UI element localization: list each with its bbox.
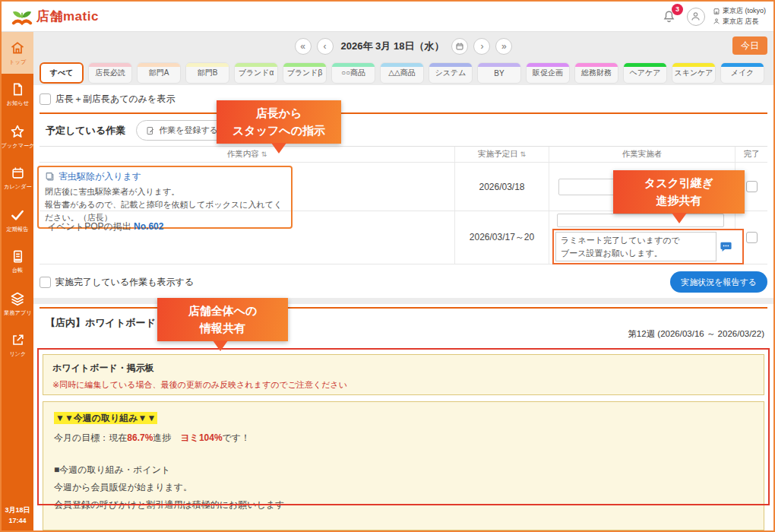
date-next-button[interactable]: › bbox=[473, 38, 490, 55]
date-prev-button[interactable]: ‹ bbox=[317, 38, 334, 55]
task1-title-link[interactable]: 害虫駆除が入ります bbox=[59, 170, 141, 183]
points-header: ■今週の取り組み・ポイント bbox=[54, 463, 753, 477]
whiteboard-warning: ※同時に編集している場合、最後の更新のみ反映されますのでご注意ください bbox=[52, 379, 754, 391]
notification-count-badge: 3 bbox=[672, 4, 683, 15]
tab-system[interactable]: システム bbox=[429, 62, 473, 84]
current-date-label: 2026年 3月 18日（水） bbox=[341, 40, 444, 53]
sidebar-item-top[interactable]: トップ bbox=[2, 32, 33, 74]
tab-general-affairs[interactable]: 総務財務 bbox=[574, 62, 618, 84]
sidebar-item-business-apps[interactable]: 業務アプリ bbox=[2, 283, 33, 325]
top-header: 店舗matic 3 bbox=[2, 2, 773, 32]
external-link-icon bbox=[11, 333, 25, 347]
tab-product-dd[interactable]: △△商品 bbox=[380, 62, 424, 84]
tab-sales-promo[interactable]: 販促企画 bbox=[526, 62, 570, 84]
task2-assignee-input[interactable] bbox=[557, 214, 724, 227]
annotation-box-comment: ラミネート完了していますので ブース設置お願いします。 bbox=[552, 229, 744, 264]
task1-date: 2026/03/18 bbox=[454, 163, 549, 211]
calendar-icon bbox=[11, 166, 25, 180]
whiteboard-header-box: ホワイトボード・掲示板 ※同時に編集している場合、最後の更新のみ反映されますので… bbox=[43, 354, 764, 395]
task-table-header: 作業内容⇅ 実施予定日⇅ 作業実施者 完了 bbox=[40, 147, 767, 163]
tab-product-oo[interactable]: ○○商品 bbox=[331, 62, 375, 84]
store-name: 東京店 (tokyo) bbox=[723, 6, 766, 17]
star-icon bbox=[10, 124, 25, 139]
tab-dept-b[interactable]: 部門B bbox=[185, 62, 229, 84]
sort-icon: ⇅ bbox=[520, 150, 526, 158]
weekly-initiative-heading: ▼▼今週の取り組み▼▼ bbox=[54, 412, 157, 424]
comment-bubble-icon[interactable] bbox=[720, 240, 732, 253]
show-completed-label: 実施完了している作業も表示する bbox=[55, 276, 194, 289]
managers-only-checkbox[interactable] bbox=[40, 93, 51, 105]
sidebar-item-periodic-report[interactable]: 定期報告 bbox=[2, 199, 33, 241]
whiteboard-title: ホワイトボード・掲示板 bbox=[52, 362, 754, 375]
sidebar-item-bookmark[interactable]: ブックマーク bbox=[2, 116, 33, 157]
tab-dept-a[interactable]: 部門A bbox=[137, 62, 181, 84]
task2-title: イベントPOPの掲出 bbox=[47, 221, 131, 232]
task2-date: 2026/03/17～20 bbox=[454, 211, 549, 264]
managers-only-label: 店長＋副店長あてのみを表示 bbox=[55, 93, 175, 106]
document-icon bbox=[11, 82, 25, 97]
store-icon bbox=[713, 8, 720, 15]
task1-desc-line1: 閉店後に害虫駆除業者が入ります。 bbox=[45, 185, 285, 198]
tab-skincare[interactable]: スキンケア bbox=[672, 62, 716, 84]
task2-comment-box[interactable]: ラミネート完了していますので ブース設置お願いします。 bbox=[555, 232, 716, 261]
category-tabs: すべて 店長必読 部門A 部門B ブランドα ブランドβ ○○商品 △△商品 シ… bbox=[40, 62, 764, 84]
app-logo[interactable]: 店舗matic bbox=[11, 7, 99, 27]
tab-brand-beta[interactable]: ブランドβ bbox=[283, 62, 327, 84]
register-icon bbox=[146, 126, 155, 135]
progress-percent: 86.7% bbox=[127, 432, 153, 443]
layers-icon bbox=[10, 291, 25, 306]
sprout-logo-icon bbox=[11, 7, 33, 27]
calendar-picker-button[interactable] bbox=[451, 38, 468, 55]
date-first-button[interactable]: « bbox=[295, 38, 312, 55]
callout-store-info-sharing: 店舗全体への情報共有 bbox=[157, 298, 288, 341]
check-icon bbox=[10, 207, 25, 223]
section-divider bbox=[40, 112, 767, 114]
whiteboard-card: 【店内】ホワイトボード・掲示板 第12週 (2026/03/16 ～ 2026/… bbox=[33, 304, 773, 530]
date-last-button[interactable]: » bbox=[495, 38, 512, 55]
monthly-goal-line: 今月の目標：現在86.7%進捗 ヨミ104%です！ bbox=[54, 431, 753, 445]
user-name: 東京店 店長 bbox=[723, 17, 759, 27]
tab-brand-alpha[interactable]: ブランドα bbox=[234, 62, 278, 84]
register-task-button[interactable]: 作業を登録する bbox=[136, 120, 228, 141]
sidebar-item-links[interactable]: リンク bbox=[2, 325, 33, 366]
callout-task-handover: タスク引継ぎ進捗共有 bbox=[613, 170, 745, 214]
tab-by[interactable]: BY bbox=[477, 62, 521, 84]
week-label: 第12週 (2026/03/16 ～ 2026/03/22) bbox=[628, 328, 764, 340]
tasks-section-title: 予定している作業 bbox=[46, 124, 125, 138]
memo-icon bbox=[45, 172, 55, 182]
ledger-icon bbox=[11, 249, 25, 264]
app-title: 店舗matic bbox=[36, 8, 99, 25]
sidebar-item-news[interactable]: お知らせ bbox=[2, 74, 33, 116]
callout-manager-instructions: 店長からスタッフへの指示 bbox=[217, 100, 341, 144]
app-window: 店舗matic 3 bbox=[0, 0, 775, 532]
sidebar-clock: 3月18日 17:44 bbox=[2, 505, 33, 526]
date-navigation: « ‹ 2026年 3月 18日（水） › » bbox=[33, 35, 773, 58]
tab-all[interactable]: すべて bbox=[40, 62, 84, 84]
today-button[interactable]: 今日 bbox=[732, 36, 767, 55]
note-line1: 今週から会員販促が始まります。 bbox=[54, 480, 753, 494]
tab-manager-must-read[interactable]: 店長必読 bbox=[88, 62, 132, 84]
task2-number-link[interactable]: No.602 bbox=[134, 221, 163, 232]
task-row-event-pop: イベントPOPの掲出 No.602 2026/03/17～20 ラミネート完了し… bbox=[40, 211, 767, 264]
notifications-button[interactable]: 3 bbox=[660, 7, 679, 27]
avatar[interactable] bbox=[687, 8, 705, 26]
section-divider bbox=[40, 307, 767, 309]
home-icon bbox=[10, 40, 25, 55]
sidebar-nav: トップ お知らせ ブックマーク カレンダー bbox=[2, 32, 33, 530]
task1-done-checkbox[interactable] bbox=[746, 181, 758, 192]
account-info[interactable]: 東京店 (tokyo) 東京店 店長 bbox=[713, 6, 766, 27]
show-completed-checkbox[interactable] bbox=[40, 277, 51, 288]
sidebar-item-calendar[interactable]: カレンダー bbox=[2, 157, 33, 199]
forecast-percent: ヨミ104% bbox=[180, 432, 222, 443]
user-icon bbox=[713, 17, 720, 25]
tab-makeup[interactable]: メイク bbox=[720, 62, 764, 84]
sort-icon: ⇅ bbox=[261, 150, 267, 158]
whiteboard-content-editor[interactable]: ▼▼今週の取り組み▼▼ 今月の目標：現在86.7%進捗 ヨミ104%です！ ■今… bbox=[43, 401, 764, 530]
tab-haircare[interactable]: ヘアケア bbox=[623, 62, 667, 84]
task2-done-checkbox[interactable] bbox=[746, 232, 758, 243]
report-status-button[interactable]: 実施状況を報告する bbox=[670, 271, 767, 293]
sidebar-item-ledger[interactable]: 台帳 bbox=[2, 241, 33, 283]
note-line2: 会員登録の呼びかけと割引適用は積極的にお願いします bbox=[54, 498, 753, 511]
